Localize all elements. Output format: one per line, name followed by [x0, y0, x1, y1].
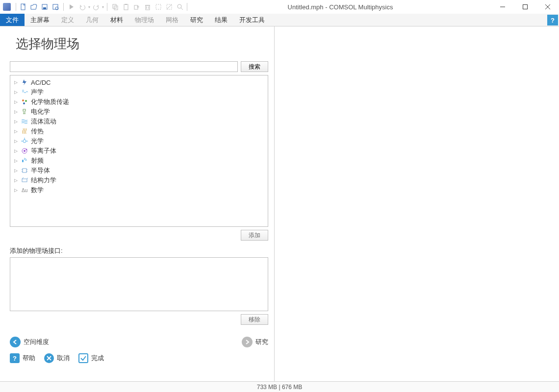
svg-rect-41 [22, 179, 27, 182]
tree-item-semi[interactable]: ▷半导体 [13, 166, 265, 175]
electrochem-icon [21, 108, 28, 115]
save-as-icon[interactable] [51, 2, 60, 12]
chevron-right-icon: ▷ [13, 80, 18, 85]
svg-point-25 [23, 102, 25, 104]
separator [16, 3, 16, 11]
added-interfaces-box[interactable] [10, 257, 268, 311]
done-label: 完成 [91, 354, 104, 363]
memory-status: 733 MB | 676 MB [257, 384, 303, 391]
cancel-button[interactable]: 取消 [44, 353, 70, 363]
separator [63, 3, 64, 11]
separator [107, 3, 107, 11]
maximize-button[interactable] [514, 0, 536, 14]
tree-item-label: 电化学 [31, 107, 50, 116]
tree-item-electrochem[interactable]: ▷电化学 [13, 107, 265, 117]
done-button[interactable]: 完成 [78, 353, 104, 363]
search-button[interactable]: 搜索 [241, 61, 268, 72]
menu-网格[interactable]: 网格 [160, 14, 184, 26]
tree-item-label: 等离子体 [31, 147, 56, 155]
menubar: 文件主屏幕定义几何材料物理场网格研究结果开发工具? [0, 14, 559, 26]
tree-item-struct[interactable]: ▷结构力学 [13, 175, 265, 185]
menu-物理场[interactable]: 物理场 [129, 14, 160, 26]
chem-icon [21, 98, 28, 105]
tree-item-math[interactable]: ▷Δu数学 [13, 185, 265, 195]
tree-item-plasma[interactable]: ▷等离子体 [13, 146, 265, 156]
add-button[interactable]: 添加 [241, 230, 268, 241]
redo-icon [91, 2, 101, 12]
page-title: 选择物理场 [16, 35, 268, 52]
tree-item-label: 半导体 [31, 166, 50, 175]
physics-tree[interactable]: ▷AC/DC▷声学▷化学物质传递▷电化学▷流体流动▷传热▷光学▷等离子体▷射频▷… [10, 75, 268, 227]
menu-几何[interactable]: 几何 [80, 14, 104, 26]
menu-主屏幕[interactable]: 主屏幕 [25, 14, 55, 26]
menu-开发工具[interactable]: 开发工具 [233, 14, 271, 26]
tree-item-label: 化学物质传递 [31, 98, 69, 106]
remove-button[interactable]: 移除 [241, 314, 268, 325]
struct-icon [21, 177, 28, 184]
dropdown-icon: ▾ [88, 5, 90, 9]
tree-item-heat[interactable]: ▷传热 [13, 126, 265, 136]
cancel-label: 取消 [57, 354, 70, 363]
plasma-icon [21, 147, 28, 154]
rf-icon [21, 157, 28, 164]
search-row: 搜索 [10, 61, 268, 72]
tree-item-acoustic[interactable]: ▷声学 [13, 87, 265, 97]
svg-point-33 [24, 150, 25, 152]
tree-item-acdc[interactable]: ▷AC/DC [13, 77, 265, 87]
svg-line-16 [167, 4, 172, 9]
open-icon[interactable] [29, 2, 39, 12]
tree-item-chem[interactable]: ▷化学物质传递 [13, 97, 265, 107]
svg-rect-26 [23, 109, 25, 111]
window-controls [491, 0, 559, 14]
search-input[interactable] [10, 61, 238, 72]
chevron-right-icon: ▷ [13, 148, 18, 153]
new-icon[interactable] [18, 2, 28, 12]
app-icon [3, 3, 11, 11]
tree-item-label: 数学 [31, 186, 44, 195]
menu-定义[interactable]: 定义 [55, 14, 80, 26]
svg-rect-35 [22, 160, 24, 162]
math-icon: Δu [21, 187, 28, 194]
chevron-right-icon: ▷ [13, 168, 18, 173]
nav-back[interactable]: 空间维度 [10, 337, 49, 347]
chevron-right-icon: ▷ [13, 119, 18, 124]
select-icon [153, 2, 163, 12]
menu-材料[interactable]: 材料 [104, 14, 129, 26]
help-icon: ? [10, 353, 20, 363]
minimize-button[interactable] [491, 0, 514, 14]
chevron-right-icon: ▷ [13, 139, 18, 144]
statusbar: 733 MB | 676 MB [0, 381, 559, 392]
run-icon [67, 2, 76, 12]
content-area: 选择物理场 搜索 ▷AC/DC▷声学▷化学物质传递▷电化学▷流体流动▷传热▷光学… [0, 26, 559, 381]
svg-line-18 [181, 8, 183, 10]
save-icon[interactable] [40, 2, 50, 12]
undo-icon [77, 2, 87, 12]
menu-文件[interactable]: 文件 [0, 14, 25, 26]
arrow-right-icon [242, 337, 253, 347]
chevron-right-icon: ▷ [13, 188, 18, 193]
nav-row: 空间维度 研究 [10, 337, 268, 347]
help-button[interactable]: ? 帮助 [10, 353, 35, 363]
close-button[interactable] [536, 0, 559, 14]
tree-item-optics[interactable]: ▷光学 [13, 136, 265, 146]
footer-row: ? 帮助 取消 完成 [10, 353, 268, 363]
menu-研究[interactable]: 研究 [184, 14, 209, 26]
menubar-help-button[interactable]: ? [547, 15, 558, 25]
chevron-right-icon: ▷ [13, 178, 18, 183]
tree-item-fluid[interactable]: ▷流体流动 [13, 117, 265, 126]
fluid-icon [21, 118, 28, 125]
tree-item-rf[interactable]: ▷射频 [13, 156, 265, 166]
tree-item-label: 射频 [31, 156, 44, 165]
chevron-right-icon: ▷ [13, 90, 18, 95]
separator [187, 3, 187, 11]
tree-item-label: 结构力学 [31, 176, 56, 185]
tree-item-label: 传热 [31, 127, 44, 136]
nav-forward[interactable]: 研究 [242, 337, 268, 347]
menu-结果[interactable]: 结果 [209, 14, 233, 26]
duplicate-icon [132, 2, 142, 12]
nav-back-label: 空间维度 [24, 338, 49, 346]
delete-icon [143, 2, 152, 12]
svg-rect-27 [23, 112, 25, 114]
svg-rect-2 [43, 7, 46, 9]
svg-line-43 [27, 177, 28, 179]
